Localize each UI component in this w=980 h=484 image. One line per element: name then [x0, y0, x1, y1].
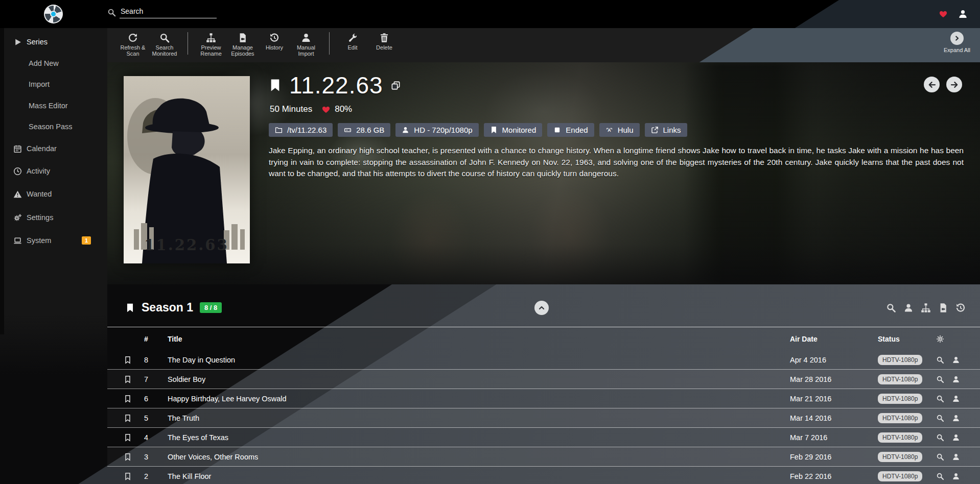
series-overview: Jake Epping, an ordinary high school tea…	[269, 145, 964, 180]
monitor-episode-icon[interactable]	[124, 433, 132, 442]
column-status[interactable]: Status	[878, 335, 934, 343]
manual-import-button[interactable]: Manual Import	[290, 28, 322, 57]
toolbar-separator	[188, 32, 188, 55]
sidebar-item-activity[interactable]: Activity	[0, 163, 107, 179]
collapse-season-button[interactable]	[534, 301, 549, 315]
episode-title[interactable]: The Truth	[156, 414, 786, 422]
column-title[interactable]: Title	[156, 335, 786, 343]
preview-rename-icon[interactable]	[921, 303, 931, 313]
sidebar-item-add-new[interactable]: Add New	[0, 56, 107, 71]
laptop-icon	[13, 236, 22, 245]
sidebar-item-wanted[interactable]: Wanted	[0, 186, 107, 202]
episode-title[interactable]: Soldier Boy	[156, 375, 786, 383]
episode-interactive-search-icon[interactable]	[952, 414, 960, 422]
series-poster[interactable]: 11.22.63	[124, 76, 250, 263]
series-monitored: Monitored	[502, 126, 536, 134]
previous-series-button[interactable]	[924, 77, 940, 92]
search-input[interactable]	[120, 6, 217, 18]
sidebar-item-settings[interactable]: Settings	[0, 210, 107, 225]
episode-search-icon[interactable]	[936, 433, 944, 442]
episode-search-icon[interactable]	[936, 356, 944, 364]
top-navigation-bar	[0, 0, 980, 28]
episode-interactive-search-icon[interactable]	[952, 375, 960, 383]
episode-search-icon[interactable]	[936, 375, 944, 383]
episode-title[interactable]: The Kill Floor	[156, 472, 786, 480]
bookmark-icon[interactable]	[125, 302, 135, 314]
heart-rating-icon	[321, 105, 331, 114]
episode-table-header: # Title Air Date Status	[107, 327, 980, 350]
warning-icon	[13, 190, 22, 199]
table-row[interactable]: 5 The Truth Mar 14 2016 HDTV-1080p	[107, 408, 980, 428]
sidebar-item-season-pass[interactable]: Season Pass	[0, 119, 107, 134]
series-path: /tv/11.22.63	[287, 126, 326, 134]
copy-title-icon[interactable]	[391, 81, 401, 90]
refresh-scan-button[interactable]: Refresh & Scan	[117, 28, 149, 57]
quality-profile-badge[interactable]: HD - 720p/1080p	[395, 123, 478, 137]
monitored-bookmark-icon[interactable]	[269, 77, 282, 93]
season-actions	[886, 303, 966, 313]
donate-heart-icon[interactable]	[939, 10, 948, 18]
manage-episodes-icon[interactable]	[938, 303, 948, 313]
monitor-episode-icon[interactable]	[124, 395, 132, 403]
sidebar-item-series[interactable]: Series	[0, 34, 107, 50]
manage-episodes-button[interactable]: Manage Episodes	[227, 28, 259, 57]
links-badge[interactable]: Links	[645, 123, 687, 137]
monitor-episode-icon[interactable]	[124, 375, 132, 383]
size-badge[interactable]: 28.6 GB	[338, 123, 390, 137]
episode-title[interactable]: Other Voices, Other Rooms	[156, 453, 786, 461]
expand-all-button[interactable]: Expand All	[939, 32, 975, 53]
profile-person-icon	[402, 126, 409, 134]
path-badge[interactable]: /tv/11.22.63	[269, 123, 333, 137]
episode-title[interactable]: The Day in Question	[156, 356, 786, 364]
sidebar-item-label: Calendar	[27, 144, 57, 153]
edit-button[interactable]: Edit	[337, 28, 368, 51]
episode-search-icon[interactable]	[936, 453, 944, 461]
search-season-icon[interactable]	[886, 303, 896, 313]
series-runtime: 50 Minutes	[270, 104, 312, 114]
sonarr-logo[interactable]	[44, 5, 63, 23]
episode-search-icon[interactable]	[936, 395, 944, 403]
series-quality-profile: HD - 720p/1080p	[414, 126, 472, 134]
history-button[interactable]: History	[259, 28, 290, 51]
next-series-button[interactable]	[946, 77, 962, 92]
delete-button[interactable]: Delete	[368, 28, 400, 51]
system-health-badge: 1	[82, 236, 91, 245]
table-row[interactable]: 4 The Eyes of Texas Mar 7 2016 HDTV-1080…	[107, 428, 980, 447]
episode-title[interactable]: The Eyes of Texas	[156, 433, 786, 442]
table-row[interactable]: 7 Soldier Boy Mar 28 2016 HDTV-1080p	[107, 370, 980, 389]
sidebar-item-import[interactable]: Import	[0, 77, 107, 92]
column-air-date[interactable]: Air Date	[786, 335, 878, 343]
sidebar-item-label: Mass Editor	[29, 102, 68, 110]
episode-interactive-search-icon[interactable]	[952, 472, 960, 480]
table-row[interactable]: 3 Other Voices, Other Rooms Feb 29 2016 …	[107, 447, 980, 467]
episode-search-icon[interactable]	[936, 472, 944, 480]
column-number[interactable]: #	[136, 335, 156, 343]
episode-title[interactable]: Happy Birthday, Lee Harvey Oswald	[156, 395, 786, 403]
table-row[interactable]: 2 The Kill Floor Feb 22 2016 HDTV-1080p	[107, 467, 980, 484]
history-icon[interactable]	[955, 303, 966, 313]
table-row[interactable]: 6 Happy Birthday, Lee Harvey Oswald Mar …	[107, 389, 980, 408]
episode-search-icon[interactable]	[936, 414, 944, 422]
monitor-episode-icon[interactable]	[124, 414, 132, 422]
episode-interactive-search-icon[interactable]	[952, 433, 960, 442]
toolbar-separator	[329, 32, 330, 55]
monitored-badge[interactable]: Monitored	[484, 123, 543, 137]
sidebar-item-label: Import	[29, 80, 50, 88]
table-options-gear-icon[interactable]	[936, 335, 944, 343]
monitor-episode-icon[interactable]	[124, 356, 132, 364]
sidebar-item-calendar[interactable]: Calendar	[0, 141, 107, 156]
interactive-search-icon[interactable]	[903, 303, 914, 313]
episode-interactive-search-icon[interactable]	[952, 453, 960, 461]
monitor-episode-icon[interactable]	[124, 472, 132, 480]
episode-interactive-search-icon[interactable]	[952, 395, 960, 403]
sidebar-item-label: Settings	[27, 213, 53, 222]
sidebar-item-system[interactable]: System 1	[0, 233, 107, 248]
episode-interactive-search-icon[interactable]	[952, 356, 960, 364]
table-row[interactable]: 8 The Day in Question Apr 4 2016 HDTV-10…	[107, 350, 980, 370]
sidebar-item-mass-editor[interactable]: Mass Editor	[0, 98, 107, 113]
user-account-icon[interactable]	[958, 9, 968, 19]
preview-rename-button[interactable]: Preview Rename	[195, 28, 227, 57]
search-monitored-button[interactable]: Search Monitored	[149, 28, 180, 57]
episode-number: 6	[136, 395, 156, 403]
monitor-episode-icon[interactable]	[124, 453, 132, 461]
